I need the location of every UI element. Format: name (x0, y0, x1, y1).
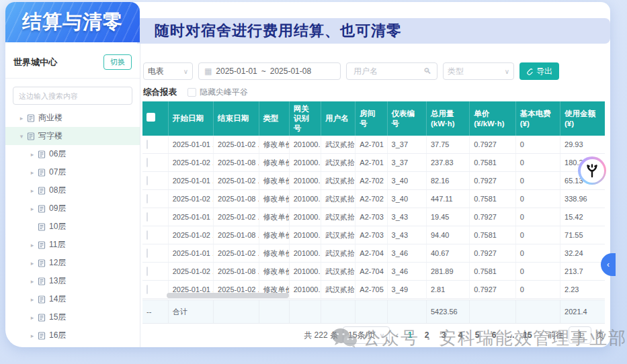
table-cell: 201000... (289, 208, 321, 226)
tree-item-写字楼[interactable]: ▾写字楼 (5, 127, 140, 145)
checkbox-icon[interactable] (187, 88, 196, 97)
table-cell: 3_43 (387, 226, 426, 244)
column-header[interactable]: 房间号 (356, 101, 387, 136)
column-header[interactable]: 使用金额(¥) (560, 101, 605, 136)
column-header[interactable]: 网关识别号 (289, 101, 321, 136)
tree-search-input[interactable] (13, 87, 132, 105)
next-page-button[interactable]: › (538, 330, 543, 340)
row-checkbox[interactable] (147, 140, 148, 149)
row-checkbox[interactable] (147, 267, 148, 276)
row-checkbox[interactable] (147, 212, 148, 222)
table-row[interactable]: 2025-01-02 ...2025-01-08 ...修改单价201000..… (142, 190, 605, 208)
table-cell: 武汉贰拾... (321, 244, 356, 263)
row-checkbox[interactable] (147, 230, 148, 240)
table-cell: 2025-01-08 ... (214, 263, 259, 281)
building-icon (38, 223, 46, 231)
summary-cell (289, 300, 321, 324)
table-cell: 3_40 (387, 172, 426, 190)
tree-item-10层[interactable]: 10层 (5, 218, 140, 236)
caret-right-icon[interactable]: ▸ (28, 151, 36, 158)
page-number-2[interactable]: 2 (421, 330, 432, 340)
tree-item-17层[interactable]: ▸17层 (5, 345, 140, 347)
goto-suffix: 页 (596, 330, 604, 341)
page-size-value: 15条/页 (348, 330, 376, 341)
chevron-left-icon: ‹ (607, 260, 610, 269)
tree-item-14层[interactable]: ▸14层 (5, 290, 140, 308)
table-row[interactable]: 2025-01-01 ...2025-01-02 ...修改单价201000..… (142, 136, 605, 154)
row-checkbox[interactable] (147, 194, 148, 203)
caret-right-icon[interactable]: ▸ (28, 169, 36, 176)
caret-right-icon[interactable]: ▸ (28, 278, 36, 285)
column-header[interactable]: 单价(¥/kW·h) (470, 101, 515, 136)
meter-type-select[interactable]: 电表 ∨ (143, 62, 193, 80)
caret-right-icon[interactable]: ▸ (17, 115, 26, 122)
caret-right-icon[interactable]: ▸ (28, 260, 36, 267)
tree-item-08层[interactable]: ▸08层 (5, 181, 140, 199)
tree-item-商业楼[interactable]: ▸商业楼 (5, 109, 140, 127)
row-checkbox[interactable] (147, 248, 148, 258)
page-number-15[interactable]: 15 (522, 330, 533, 340)
tree-item-07层[interactable]: ▸07层 (5, 163, 140, 181)
page-size-select[interactable]: 15条/页 ∨ (343, 326, 390, 344)
prev-page-button[interactable]: ‹ (394, 330, 400, 340)
page-title-badge: 结算与清零 (5, 2, 140, 42)
caret-right-icon[interactable]: ▸ (28, 242, 36, 248)
column-header[interactable]: 仪表编号 (387, 101, 426, 136)
select-all-header[interactable] (142, 101, 168, 136)
page-number-1[interactable]: 1 (405, 330, 415, 340)
tab-comprehensive-report[interactable]: 综合报表 (143, 87, 177, 98)
table-cell: 3_46 (387, 263, 426, 281)
table-row[interactable]: 2025-01-01 ...2025-01-02 ...修改单价201000..… (142, 172, 605, 190)
tree-item-11层[interactable]: ▸11层 (5, 236, 140, 254)
username-input[interactable] (352, 66, 422, 77)
type-select[interactable]: 类型 ∨ (443, 62, 514, 80)
date-range-picker[interactable]: ▦ 2025-01-01 ~ 2025-01-08 (198, 62, 341, 80)
switch-site-button[interactable]: 切换 (103, 54, 132, 70)
column-header[interactable]: 结束日期 (214, 101, 259, 136)
table-row[interactable]: 2025-01-02 ...2025-01-08 ...修改单价201000..… (142, 154, 605, 172)
page-number-6[interactable]: 6 (489, 330, 499, 340)
tree-item-06层[interactable]: ▸06层 (5, 145, 140, 163)
goto-page-input[interactable] (569, 326, 591, 344)
table-cell: 0.7581 (470, 154, 515, 172)
column-header[interactable]: 总用量(kW·h) (426, 101, 469, 136)
tree-item-16层[interactable]: ▸16层 (5, 326, 140, 345)
column-header[interactable]: 基本电费(¥) (515, 101, 560, 136)
tree-item-09层[interactable]: ▸09层 (5, 199, 140, 218)
caret-down-icon[interactable]: ▾ (17, 133, 26, 140)
caret-right-icon[interactable]: ▸ (28, 187, 36, 194)
column-header[interactable]: 开始日期 (168, 101, 213, 136)
table-row[interactable]: 2025-01-02 ...2025-01-08 ...修改单价201000..… (142, 263, 605, 281)
page-number-4[interactable]: 4 (455, 330, 466, 340)
table-row[interactable]: 2025-01-01 ...2025-01-02 ...修改单价201000..… (142, 244, 605, 263)
caret-right-icon[interactable]: ▸ (28, 332, 36, 339)
summary-cell (356, 300, 387, 324)
brand-logo-icon (581, 159, 604, 183)
caret-right-icon[interactable]: ▸ (28, 206, 36, 212)
site-name: 世界城中心 (13, 56, 57, 69)
tree-item-15层[interactable]: ▸15层 (5, 308, 140, 326)
tree-item-13层[interactable]: ▸13层 (5, 272, 140, 290)
table-row[interactable]: 2025-01-02 ...2025-01-08 ...修改单价201000..… (142, 226, 605, 244)
table-cell: 修改单价 (259, 226, 289, 244)
page-number-5[interactable]: 5 (472, 330, 483, 340)
table-row[interactable]: 2025-01-01 ...2025-01-02 ...修改单价201000..… (142, 208, 605, 226)
table-cell: 201000... (289, 154, 321, 172)
row-checkbox[interactable] (147, 176, 148, 185)
select-all-checkbox[interactable] (147, 113, 155, 122)
hide-peak-checkbox[interactable]: 隐藏尖峰平谷 (187, 87, 248, 98)
page-number-3[interactable]: 3 (438, 330, 449, 340)
column-header[interactable]: 类型 (259, 101, 289, 136)
column-header[interactable]: 用户名 (321, 101, 356, 136)
horizontal-scrollbar[interactable] (142, 293, 605, 298)
caret-right-icon[interactable]: ▸ (28, 296, 36, 303)
row-checkbox[interactable] (147, 158, 148, 167)
caret-right-icon[interactable]: ▸ (28, 314, 36, 321)
search-icon[interactable]: 🔍︎ (423, 66, 431, 76)
export-button[interactable]: 导出 (519, 62, 559, 80)
table-cell: 0 (515, 263, 560, 281)
scrollbar-thumb[interactable] (167, 293, 289, 298)
table-cell: 0.7581 (470, 226, 515, 244)
brand-float-button[interactable] (578, 156, 606, 185)
tree-item-12层[interactable]: ▸12层 (5, 254, 140, 272)
